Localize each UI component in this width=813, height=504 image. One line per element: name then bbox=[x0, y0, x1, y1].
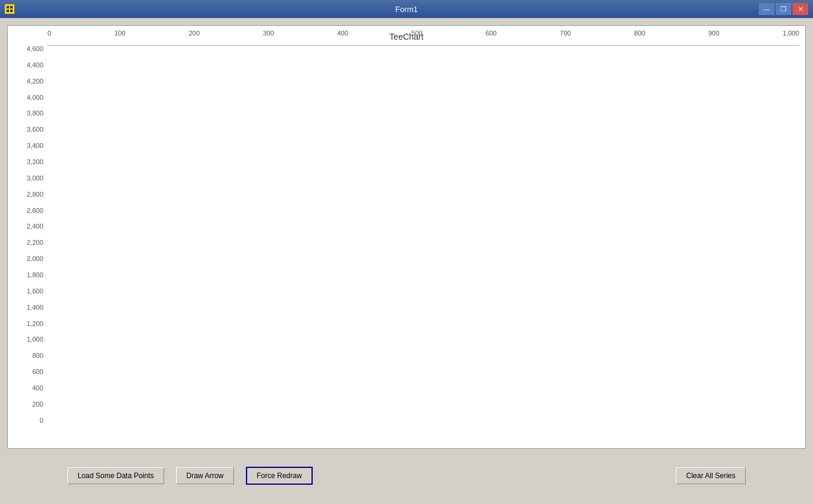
main-content: TeeChart 4,600 4,400 4,200 4,000 3,800 3… bbox=[0, 18, 813, 504]
y-axis: 4,600 4,400 4,200 4,000 3,800 3,600 3,40… bbox=[14, 45, 47, 442]
x-label-200: 200 bbox=[189, 29, 200, 37]
x-label-900: 900 bbox=[708, 29, 719, 37]
y-label-2000: 2,000 bbox=[14, 255, 47, 262]
y-label-3800: 3,800 bbox=[14, 109, 47, 117]
y-label-3000: 3,000 bbox=[14, 174, 47, 182]
window-controls: — ❐ ✕ bbox=[759, 3, 808, 15]
chart-plot: 0 100 200 300 400 500 600 700 800 900 1,… bbox=[47, 45, 799, 46]
y-label-3200: 3,200 bbox=[14, 158, 47, 165]
chart-inner: 0 100 200 300 400 500 600 700 800 900 1,… bbox=[47, 45, 799, 442]
svg-rect-1 bbox=[7, 6, 9, 8]
x-label-800: 800 bbox=[634, 29, 645, 37]
y-label-2800: 2,800 bbox=[14, 191, 47, 198]
title-bar: Form1 — ❐ ✕ bbox=[0, 0, 813, 18]
title-bar-left bbox=[5, 4, 14, 14]
main-window: Form1 — ❐ ✕ TeeChart 4,600 4,400 4,200 4… bbox=[0, 0, 813, 504]
clear-all-series-button[interactable]: Clear All Series bbox=[676, 467, 746, 484]
y-label-2400: 2,400 bbox=[14, 223, 47, 230]
y-label-2200: 2,200 bbox=[14, 239, 47, 246]
y-label-1800: 1,800 bbox=[14, 271, 47, 278]
y-label-1200: 1,200 bbox=[14, 320, 47, 327]
y-label-1400: 1,400 bbox=[14, 304, 47, 311]
y-label-4000: 4,000 bbox=[14, 94, 47, 101]
y-label-400: 400 bbox=[14, 384, 47, 392]
y-label-3600: 3,600 bbox=[14, 126, 47, 133]
svg-rect-2 bbox=[10, 6, 13, 8]
restore-button[interactable]: ❐ bbox=[776, 3, 791, 15]
x-label-400: 400 bbox=[337, 29, 348, 37]
x-label-500: 500 bbox=[411, 29, 422, 37]
x-label-100: 100 bbox=[114, 29, 125, 37]
x-label-300: 300 bbox=[263, 29, 274, 37]
y-label-2600: 2,600 bbox=[14, 207, 47, 214]
chart-area: 4,600 4,400 4,200 4,000 3,800 3,600 3,40… bbox=[14, 45, 799, 442]
svg-rect-3 bbox=[7, 10, 9, 12]
minimize-button[interactable]: — bbox=[759, 3, 775, 15]
button-bar: Load Some Data Points Draw Arrow Force R… bbox=[7, 455, 806, 497]
app-icon bbox=[5, 4, 14, 14]
window-title: Form1 bbox=[395, 5, 418, 14]
y-label-1600: 1,600 bbox=[14, 287, 47, 295]
load-data-button[interactable]: Load Some Data Points bbox=[67, 467, 164, 484]
y-label-600: 600 bbox=[14, 368, 47, 375]
y-label-200: 200 bbox=[14, 401, 47, 408]
force-redraw-button[interactable]: Force Redraw bbox=[246, 467, 313, 485]
x-label-1000: 1,000 bbox=[782, 29, 799, 37]
y-label-4600: 4,600 bbox=[14, 45, 47, 52]
y-label-4400: 4,400 bbox=[14, 61, 47, 69]
y-label-4200: 4,200 bbox=[14, 78, 47, 85]
chart-container: TeeChart 4,600 4,400 4,200 4,000 3,800 3… bbox=[7, 25, 806, 449]
x-label-700: 700 bbox=[560, 29, 571, 37]
y-label-0: 0 bbox=[14, 417, 47, 424]
svg-rect-4 bbox=[10, 10, 13, 12]
x-label-600: 600 bbox=[486, 29, 497, 37]
draw-arrow-button[interactable]: Draw Arrow bbox=[176, 467, 234, 484]
y-label-1000: 1,000 bbox=[14, 336, 47, 343]
y-label-800: 800 bbox=[14, 352, 47, 359]
y-label-3400: 3,400 bbox=[14, 142, 47, 149]
x-axis-labels: 0 100 200 300 400 500 600 700 800 900 1,… bbox=[48, 27, 799, 45]
x-label-0: 0 bbox=[48, 29, 51, 37]
close-button[interactable]: ✕ bbox=[793, 3, 808, 15]
